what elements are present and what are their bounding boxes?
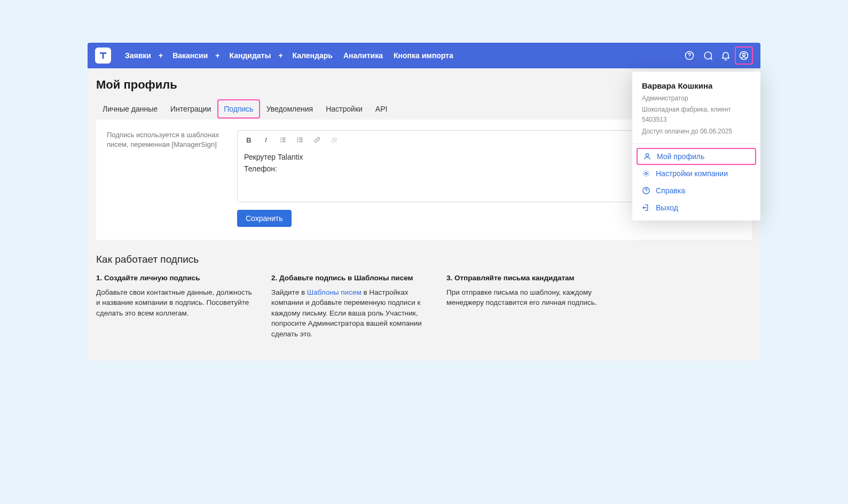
dropdown-my-profile-label: Мой профиль — [657, 152, 704, 161]
nav-item-import[interactable]: Кнопка импорта — [389, 48, 458, 63]
user-paid-until: Доступ оплачен до 06.06.2025 — [642, 127, 751, 137]
add-candidate-button[interactable]: + — [278, 51, 282, 60]
user-company: Шоколадная фабрика, клиент 5403513 — [642, 105, 751, 125]
svg-point-5 — [645, 172, 647, 175]
tab-settings[interactable]: Настройки — [319, 99, 369, 119]
how-step-3: 3. Отправляйте письма кандидатам При отп… — [446, 274, 607, 340]
nav-items: Заявки + Вакансии + Кандидаты + Календар… — [121, 48, 458, 63]
app-logo[interactable] — [95, 48, 111, 64]
svg-point-7 — [646, 192, 647, 193]
nav-item-requests[interactable]: Заявки — [121, 48, 155, 63]
how-step-text: При отправке письма по шаблону, каждому … — [446, 287, 607, 308]
user-role: Администратор — [642, 93, 751, 104]
signature-hint: Подпись используется в шаблонах писем, п… — [107, 130, 224, 227]
svg-point-12 — [297, 139, 298, 140]
chat-icon[interactable] — [698, 46, 717, 65]
how-it-works-title: Как работает подпись — [96, 254, 752, 265]
how-step-title: 1. Создайте личную подпись — [96, 274, 256, 282]
how-step-title: 3. Отправляйте письма кандидатам — [446, 274, 607, 282]
how-step-text: Зайдите в Шаблоны писем в Настройках ком… — [271, 287, 431, 340]
tab-signature[interactable]: Подпись — [217, 99, 260, 119]
dropdown-help-label: Справка — [656, 186, 685, 195]
tab-integrations[interactable]: Интеграции — [164, 99, 217, 119]
tab-personal[interactable]: Личные данные — [96, 99, 164, 119]
user-name: Варвара Кошкина — [632, 81, 760, 90]
bold-button[interactable]: B — [243, 134, 255, 146]
nav-item-candidates[interactable]: Кандидаты — [225, 48, 275, 63]
how-step-2: 2. Добавьте подпись в Шаблоны писем Зайд… — [271, 274, 431, 340]
svg-point-3 — [743, 53, 745, 56]
dropdown-company-settings-label: Настройки компании — [656, 169, 728, 178]
nav-item-calendar[interactable]: Календарь — [288, 48, 337, 63]
top-navbar: Заявки + Вакансии + Кандидаты + Календар… — [88, 43, 760, 68]
link-button[interactable] — [311, 134, 323, 146]
save-button[interactable]: Сохранить — [237, 210, 292, 227]
nav-item-vacancies[interactable]: Вакансии — [168, 48, 212, 63]
dropdown-company-settings[interactable]: Настройки компании — [632, 165, 760, 182]
bell-icon[interactable] — [717, 46, 735, 65]
nav-item-analytics[interactable]: Аналитика — [339, 48, 387, 63]
tab-notifications[interactable]: Уведомления — [260, 99, 320, 119]
ordered-list-button[interactable]: 123 — [277, 134, 289, 146]
svg-point-11 — [297, 138, 298, 139]
italic-button[interactable]: I — [260, 134, 272, 146]
dropdown-my-profile[interactable]: Мой профиль — [637, 148, 756, 165]
profile-icon[interactable] — [735, 46, 753, 65]
how-step-text: Добавьте свои контактные данные, должнос… — [96, 287, 256, 319]
dropdown-logout[interactable]: Выход — [632, 199, 760, 216]
unlink-button — [328, 134, 340, 146]
unordered-list-button[interactable] — [294, 134, 306, 146]
svg-point-1 — [689, 58, 690, 58]
add-vacancy-button[interactable]: + — [215, 51, 219, 60]
svg-point-13 — [297, 141, 298, 143]
app-window: Заявки + Вакансии + Кандидаты + Календар… — [88, 43, 760, 361]
dropdown-logout-label: Выход — [656, 203, 678, 212]
how-it-works-section: Как работает подпись 1. Создайте личную … — [96, 254, 752, 340]
add-request-button[interactable]: + — [159, 51, 163, 60]
how-step-1: 1. Создайте личную подпись Добавьте свои… — [96, 274, 256, 340]
help-icon[interactable] — [680, 46, 698, 65]
svg-point-4 — [646, 153, 648, 156]
svg-text:3: 3 — [280, 141, 281, 143]
how-step-title: 2. Добавьте подпись в Шаблоны писем — [271, 274, 431, 282]
user-dropdown: Варвара Кошкина Администратор Шоколадная… — [632, 72, 760, 220]
dropdown-help[interactable]: Справка — [632, 182, 760, 199]
templates-link[interactable]: Шаблоны писем — [307, 288, 362, 296]
tab-api[interactable]: API — [369, 99, 394, 119]
